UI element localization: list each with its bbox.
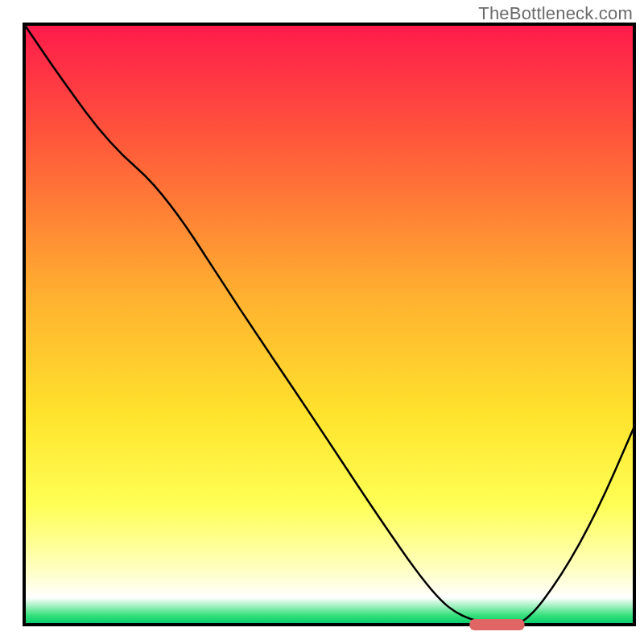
gradient-panel	[24, 24, 634, 625]
bottom-marker	[469, 619, 524, 630]
chart-canvas	[0, 0, 644, 644]
